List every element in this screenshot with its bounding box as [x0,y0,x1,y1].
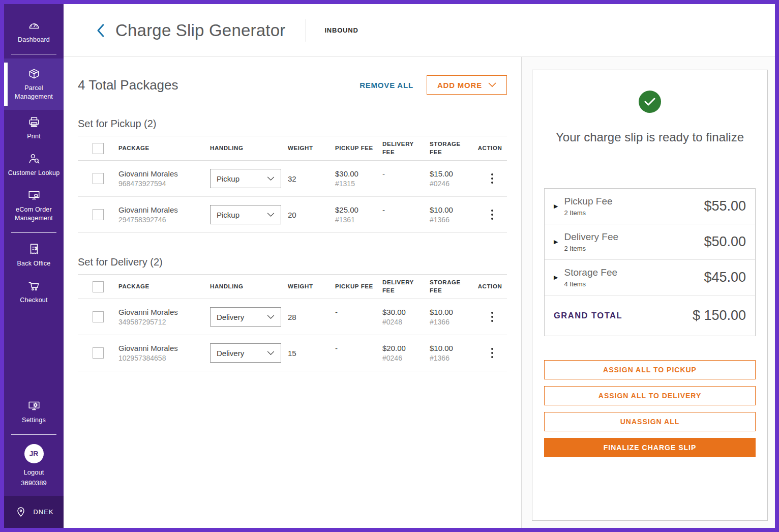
title-divider [306,19,306,42]
sidebar-item-settings[interactable]: Settings [4,394,64,430]
storage-fee-ref: #1366 [430,354,477,362]
summary-pane: Your charge slip is ready to finalize ▶ … [521,57,775,528]
delivery-fee-amount: - [382,169,430,178]
package-name: Giovanni Morales [118,344,210,352]
table-row: Giovanni Morales 102957384658 Delivery 1… [78,335,507,371]
sidebar-spacer [4,310,64,394]
row-checkbox[interactable] [93,209,104,220]
handling-value: Delivery [217,313,267,321]
storage-fee-amount: $10.00 [430,205,477,214]
package-weight: 28 [288,313,335,321]
remove-all-button[interactable]: REMOVE ALL [359,81,413,90]
expand-icon[interactable]: ▶ [554,203,558,209]
fee-item-count: 4 Items [564,280,704,288]
chevron-down-icon [488,82,496,87]
store-location-label: DNEK [33,508,53,516]
handling-value: Delivery [217,349,267,358]
back-button[interactable] [95,23,106,38]
chevron-down-icon [267,315,275,319]
expand-icon[interactable]: ▶ [554,239,558,245]
pickup-fee-amount: - [335,308,382,316]
delivery-fee-amount: $20.00 [382,344,430,352]
printer-icon [27,115,41,129]
row-checkbox[interactable] [93,311,104,322]
sidebar-item-logout[interactable]: JR Logout 3690389 [4,439,64,496]
store-location-bar[interactable]: DNEK [4,496,64,528]
col-package: PACKAGE [118,144,210,153]
sidebar-item-label: eCom Order Management [7,205,61,222]
fee-row-pickup: ▶ Pickup Fee 2 Items $55.00 [545,189,755,224]
table-row: Giovanni Morales 968473927594 Pickup 32 … [78,161,507,197]
delivery-fee-amount: $30.00 [382,308,430,316]
pickup-fee-amount: $30.00 [335,169,382,178]
delivery-fee-ref [382,216,430,224]
assign-all-pickup-button[interactable]: ASSIGN ALL TO PICKUP [544,360,756,379]
row-actions-menu[interactable] [486,309,498,325]
ecom-order-icon [27,188,41,202]
handling-select[interactable]: Pickup [210,169,281,188]
fee-item-count: 2 Items [564,245,704,252]
sidebar-item-dashboard[interactable]: Dashboard [4,13,64,50]
packages-pane: 4 Total Packages REMOVE ALL ADD MORE Set… [64,57,521,528]
fee-amount: $50.00 [704,234,746,250]
row-checkbox[interactable] [93,347,104,359]
chevron-down-icon [267,351,275,356]
fee-label: Delivery Fee [564,231,704,243]
select-all-checkbox[interactable] [93,143,104,154]
handling-select[interactable]: Delivery [210,307,281,327]
parcel-icon [27,67,41,81]
row-actions-menu[interactable] [486,170,498,187]
handling-value: Pickup [217,174,267,183]
sidebar-item-back-office[interactable]: Back Office [4,237,64,274]
pickup-fee-ref: #1315 [335,180,382,188]
sidebar-item-label: Print [27,132,41,140]
sidebar-item-ecom-order-management[interactable]: eCom Order Management [4,183,64,228]
section-title-pickup: Set for Pickup (2) [78,118,507,136]
sidebar-item-customer-lookup[interactable]: Customer Lookup [4,146,64,183]
handling-select[interactable]: Pickup [210,205,281,224]
storage-fee-ref: #1366 [430,216,477,224]
sidebar-divider [11,54,56,54]
customer-lookup-icon [27,152,41,166]
fee-label: Pickup Fee [564,196,704,207]
chevron-down-icon [267,213,275,217]
expand-icon[interactable]: ▶ [554,275,558,280]
checkout-cart-icon [27,279,41,293]
sidebar-item-parcel-management[interactable]: Parcel Management [4,58,64,110]
select-all-checkbox[interactable] [93,281,104,292]
add-more-label: ADD MORE [437,81,482,90]
table-header-row: PACKAGE HANDLING WEIGHT PICKUP FEE DELIV… [78,274,507,299]
page-header: Charge Slip Generator INBOUND [64,4,775,57]
total-packages-label: 4 Total Packages [78,77,178,93]
pickup-fee-amount: - [335,344,382,352]
chevron-down-icon [267,176,275,181]
unassign-all-button[interactable]: UNASSIGN ALL [544,412,756,431]
col-action: ACTION [478,144,506,153]
sidebar-item-label: Dashboard [18,36,50,44]
package-tracking: 349587295712 [118,318,210,326]
sidebar-item-checkout[interactable]: Checkout [4,274,64,310]
row-actions-menu[interactable] [486,206,498,223]
col-handling: HANDLING [210,144,288,153]
grand-total-label: GRAND TOTAL [554,311,693,320]
fee-row-delivery: ▶ Delivery Fee 2 Items $50.00 [545,224,755,260]
fee-summary-box: ▶ Pickup Fee 2 Items $55.00 ▶ Delivery F… [544,188,756,336]
row-actions-menu[interactable] [486,345,498,361]
fee-item-count: 2 Items [564,209,704,217]
sidebar-item-print[interactable]: Print [4,110,64,146]
finalize-charge-slip-button[interactable]: FINALIZE CHARGE SLIP [544,438,756,457]
row-checkbox[interactable] [93,173,104,184]
handling-select[interactable]: Delivery [210,343,281,363]
package-tracking: 294758392746 [118,216,210,224]
delivery-fee-amount: - [382,205,430,214]
col-weight: WEIGHT [288,283,335,291]
grand-total-row: GRAND TOTAL $ 150.00 [545,295,755,336]
sidebar-item-label: Back Office [17,259,51,268]
fee-amount: $45.00 [704,270,746,285]
package-weight: 15 [288,349,335,358]
add-more-button[interactable]: ADD MORE [427,75,507,95]
pickup-table: PACKAGE HANDLING WEIGHT PICKUP FEE DELIV… [78,136,507,233]
assign-all-delivery-button[interactable]: ASSIGN ALL TO DELIVERY [544,386,756,405]
sidebar-divider [11,232,56,233]
sidebar-item-label: Customer Lookup [8,169,60,177]
